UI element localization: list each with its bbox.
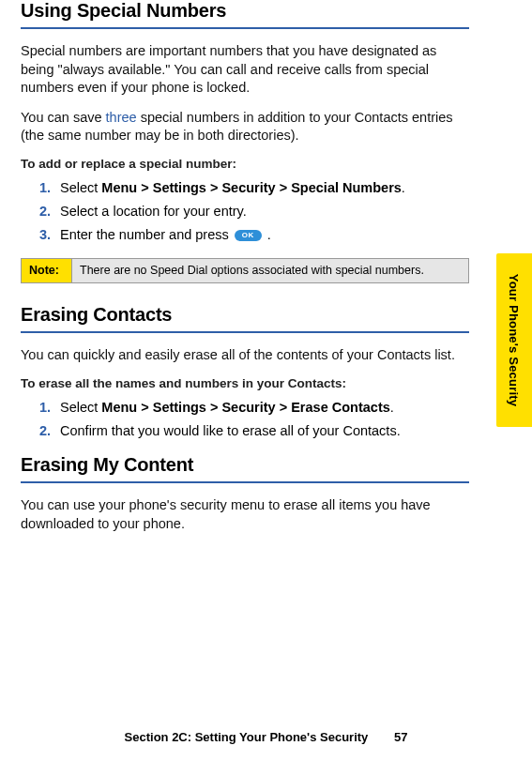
menu-path: Menu > Settings > Security > Erase Conta… <box>101 400 389 415</box>
text: . <box>264 227 271 242</box>
step-text: Select Menu > Settings > Security > Eras… <box>60 398 469 418</box>
paragraph: You can use your phone's security menu t… <box>21 496 469 533</box>
text: . <box>390 400 394 415</box>
step-item: 3. Enter the number and press OK . <box>39 225 469 245</box>
rule <box>21 331 469 333</box>
step-item: 2. Select a location for your entry. <box>39 202 469 221</box>
step-text: Select a location for your entry. <box>60 202 469 221</box>
page-number: 57 <box>394 730 407 744</box>
step-text: Confirm that you would like to erase all… <box>60 421 469 441</box>
step-item: 1. Select Menu > Settings > Security > S… <box>39 178 469 198</box>
subheading: To erase all the names and numbers in yo… <box>21 376 469 390</box>
note-text: There are no Speed Dial options associat… <box>72 258 469 283</box>
step-number: 1. <box>39 398 60 418</box>
step-number: 3. <box>39 225 60 245</box>
highlight-three: three <box>106 110 137 125</box>
side-tab-label: Your Phone's Security <box>508 274 522 406</box>
footer-section: Section 2C: Setting Your Phone's Securit… <box>125 730 369 744</box>
side-tab: Your Phone's Security <box>496 253 532 427</box>
text: Select <box>60 180 101 195</box>
page-content: Using Special Numbers Special numbers ar… <box>21 0 469 533</box>
step-text: Select Menu > Settings > Security > Spec… <box>60 178 469 198</box>
heading-special-numbers: Using Special Numbers <box>21 0 469 22</box>
steps-list: 1. Select Menu > Settings > Security > S… <box>39 178 469 245</box>
text: Select <box>60 400 101 415</box>
menu-path: Menu > Settings > Security > Special Num… <box>101 180 402 195</box>
ok-button-icon: OK <box>235 230 262 241</box>
heading-erasing-my-content: Erasing My Content <box>21 454 469 476</box>
heading-erasing-contacts: Erasing Contacts <box>21 304 469 326</box>
note-label: Note: <box>22 258 72 283</box>
text: . <box>402 180 405 195</box>
step-number: 2. <box>39 421 60 441</box>
steps-list: 1. Select Menu > Settings > Security > E… <box>39 398 469 441</box>
subheading: To add or replace a special number: <box>21 157 469 171</box>
page-footer: Section 2C: Setting Your Phone's Securit… <box>0 730 532 744</box>
paragraph: You can save three special numbers in ad… <box>21 109 469 145</box>
text: You can save <box>21 110 106 125</box>
step-item: 2. Confirm that you would like to erase … <box>39 421 469 441</box>
rule <box>21 27 469 29</box>
note-box: Note: There are no Speed Dial options as… <box>21 258 469 284</box>
step-text: Enter the number and press OK . <box>60 225 469 245</box>
step-number: 2. <box>39 202 60 221</box>
paragraph: Special numbers are important numbers th… <box>21 42 469 98</box>
step-item: 1. Select Menu > Settings > Security > E… <box>39 398 469 418</box>
paragraph: You can quickly and easily erase all of … <box>21 346 469 365</box>
text: Enter the number and press <box>60 227 233 242</box>
step-number: 1. <box>39 178 60 198</box>
rule <box>21 481 469 483</box>
